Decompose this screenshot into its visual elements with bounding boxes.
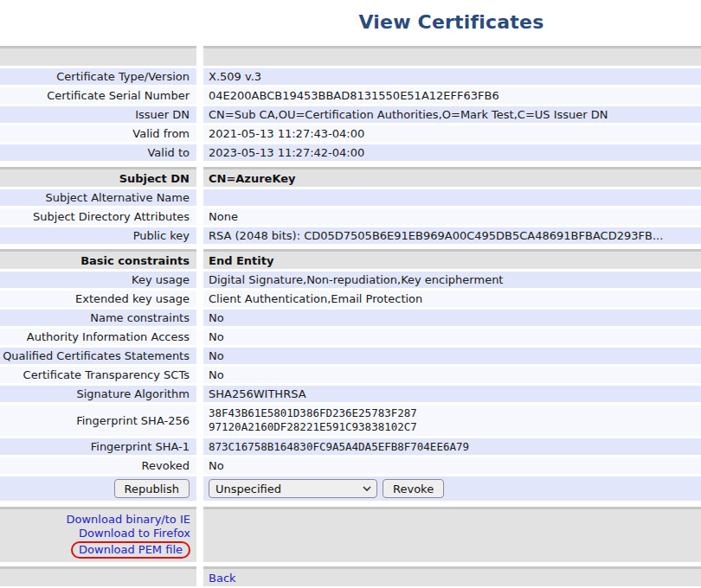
revocation-reason-select-wrap: Unspecified xyxy=(209,479,377,498)
download-pem-link[interactable]: Download PEM file xyxy=(79,543,183,556)
row-value: None xyxy=(203,208,701,225)
section-header-spacer xyxy=(203,46,701,66)
subject-dn-label: Subject DN xyxy=(0,167,196,187)
row-label: Certificate Transparency SCTs xyxy=(0,367,196,383)
row-label: Signature Algorithm xyxy=(0,386,196,402)
row-value: CN=Sub CA,OU=Certification Authorities,O… xyxy=(203,106,701,123)
row-label: Certificate Serial Number xyxy=(0,87,196,104)
section-footer: Back xyxy=(0,566,701,586)
row-label: Key usage xyxy=(0,272,196,288)
section-header-spacer xyxy=(0,46,196,66)
revoke-cell: Unspecified Revoke xyxy=(203,476,701,501)
basic-constraints-label: Basic constraints xyxy=(0,249,196,269)
download-binary-ie-link[interactable]: Download binary/to IE xyxy=(67,513,190,526)
row-label: Extended key usage xyxy=(0,291,196,307)
basic-constraints-value: End Entity xyxy=(203,249,701,269)
fingerprint-sha256-line1: 38F43B61E5801D386FD236E25783F287 xyxy=(209,406,417,420)
downloads-empty-cell xyxy=(203,507,701,562)
revocation-reason-select[interactable]: Unspecified xyxy=(209,479,377,498)
back-cell: Back xyxy=(203,566,701,586)
row-value: 2023-05-13 11:27:42-04:00 xyxy=(203,144,701,161)
red-highlight-oval: Download PEM file xyxy=(71,541,190,559)
row-label: Fingerprint SHA-256 xyxy=(0,405,196,436)
row-label: Fingerprint SHA-1 xyxy=(0,438,196,455)
row-label: Revoked xyxy=(0,457,196,474)
republish-cell: Republish xyxy=(0,476,196,501)
section-certificate-info: Certificate Type/Version X.509 v.3 Certi… xyxy=(0,46,701,161)
republish-button[interactable]: Republish xyxy=(114,479,190,498)
row-label: Certificate Type/Version xyxy=(0,68,196,85)
row-value: No xyxy=(203,329,701,345)
row-value: No xyxy=(203,367,701,383)
fingerprint-sha256-line2: 97120A2160DF28221E591C93838102C7 xyxy=(209,420,417,434)
row-value: No xyxy=(203,457,701,474)
row-label: Qualified Certificates Statements xyxy=(0,348,196,364)
row-value xyxy=(203,189,701,206)
row-value: 04E200ABCB19453BBAD8131550E51A12EFF63FB6 xyxy=(203,87,701,104)
row-label: Valid to xyxy=(0,144,196,161)
download-links-cell: Download binary/to IE Download to Firefo… xyxy=(0,507,196,562)
row-value: X.509 v.3 xyxy=(203,68,701,85)
footer-empty-cell xyxy=(0,566,196,586)
download-firefox-link[interactable]: Download to Firefox xyxy=(79,527,190,540)
section-details: Basic constraints End Entity Key usage D… xyxy=(0,249,701,501)
row-value: 2021-05-13 11:27:43-04:00 xyxy=(203,125,701,142)
revoke-button[interactable]: Revoke xyxy=(383,479,444,498)
back-link[interactable]: Back xyxy=(209,572,236,585)
page-title: View Certificates xyxy=(202,11,701,33)
subject-dn-value: CN=AzureKey xyxy=(203,167,701,187)
row-value: SHA256WITHRSA xyxy=(203,386,701,402)
row-label: Issuer DN xyxy=(0,106,196,123)
section-subject: Subject DN CN=AzureKey Subject Alternati… xyxy=(0,167,701,244)
row-value: RSA (2048 bits): CD05D7505B6E91EB969A00C… xyxy=(203,227,701,244)
row-label: Subject Directory Attributes xyxy=(0,208,196,225)
fingerprint-sha256-value: 38F43B61E5801D386FD236E25783F287 97120A2… xyxy=(203,405,701,436)
row-label: Authority Information Access xyxy=(0,329,196,345)
row-value: No xyxy=(203,310,701,326)
row-value: No xyxy=(203,348,701,364)
row-value: Digital Signature,Non-repudiation,Key en… xyxy=(203,272,701,288)
row-label: Valid from xyxy=(0,125,196,142)
row-label: Subject Alternative Name xyxy=(0,189,196,206)
row-value: Client Authentication,Email Protection xyxy=(203,291,701,307)
fingerprint-sha1-value: 873C16758B164830FC9A5A4DA5EFB8F704EE6A79 xyxy=(203,438,701,455)
section-downloads: Download binary/to IE Download to Firefo… xyxy=(0,507,701,562)
row-label: Name constraints xyxy=(0,310,196,326)
row-label: Public key xyxy=(0,227,196,244)
